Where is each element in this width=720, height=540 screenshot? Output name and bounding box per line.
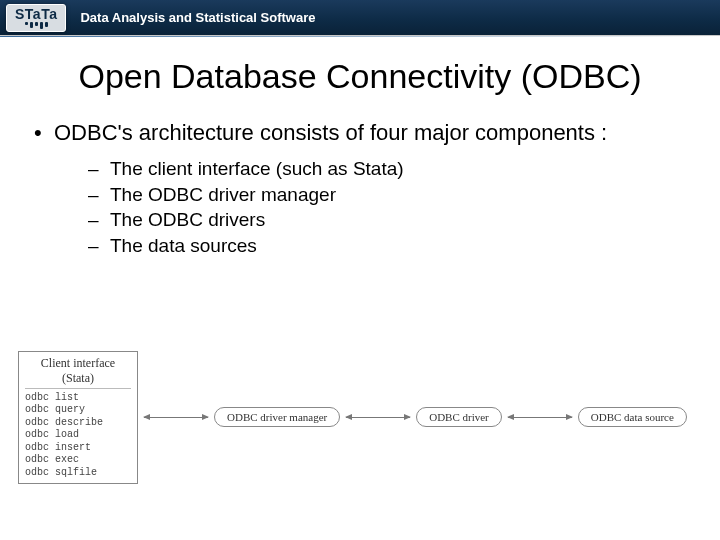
double-arrow-icon — [508, 417, 572, 418]
bullet-level-2: The client interface (such as Stata) The… — [54, 156, 690, 259]
sub-bullet: The ODBC driver manager — [54, 182, 690, 208]
bullet-level-1: ODBC's architecture consists of four maj… — [30, 120, 690, 259]
sub-bullet: The ODBC drivers — [54, 207, 690, 233]
diagram-client-title: Client interface (Stata) — [25, 356, 131, 389]
header-banner: STaTa Data Analysis and Statistical Soft… — [0, 0, 720, 36]
stata-logo: STaTa — [6, 4, 66, 32]
double-arrow-icon — [144, 417, 208, 418]
sub-bullet: The data sources — [54, 233, 690, 259]
double-arrow-icon — [346, 417, 410, 418]
diagram-node-driver: ODBC driver — [416, 407, 502, 427]
logo-bars-icon — [25, 22, 48, 29]
header-underline — [0, 36, 720, 37]
diagram-client-title-line1: Client interface — [41, 356, 115, 370]
diagram-client-commands: odbc list odbc query odbc describe odbc … — [25, 392, 131, 480]
bullet-main-text: ODBC's architecture consists of four maj… — [54, 120, 607, 145]
bullet-main: ODBC's architecture consists of four maj… — [30, 120, 690, 259]
sub-bullet: The client interface (such as Stata) — [54, 156, 690, 182]
logo-text: STaTa — [15, 7, 57, 21]
architecture-diagram: Client interface (Stata) odbc list odbc … — [18, 351, 702, 485]
slide-body: ODBC's architecture consists of four maj… — [0, 104, 720, 259]
diagram-client-box: Client interface (Stata) odbc list odbc … — [18, 351, 138, 485]
diagram-node-source: ODBC data source — [578, 407, 687, 427]
diagram-node-manager: ODBC driver manager — [214, 407, 340, 427]
slide-title: Open Database Connectivity (ODBC) — [20, 57, 700, 96]
header-tagline: Data Analysis and Statistical Software — [80, 10, 315, 25]
diagram-client-title-line2: (Stata) — [62, 371, 94, 385]
